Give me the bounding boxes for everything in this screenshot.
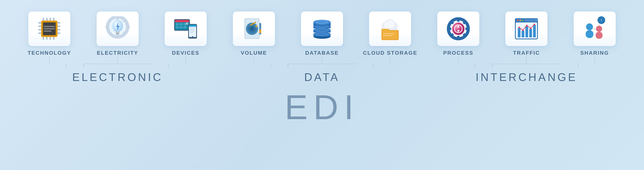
svg-rect-89	[383, 35, 392, 36]
svg-rect-26	[106, 26, 108, 28]
vert-conn-2	[83, 57, 152, 64]
icon-item-process: PROCESS	[424, 12, 492, 56]
svg-rect-130	[596, 32, 602, 39]
svg-rect-41	[180, 23, 182, 25]
group-label-interchange: INTERCHANGE	[424, 71, 629, 83]
br-data-center-dash	[288, 64, 288, 67]
svg-rect-8	[38, 22, 41, 24]
svg-rect-10	[38, 29, 41, 31]
svg-rect-34	[116, 32, 120, 33]
interchange-label: INTERCHANGE	[476, 71, 577, 83]
sharing-icon: ↑	[582, 16, 607, 41]
svg-rect-0	[43, 18, 44, 21]
icon-item-electricity: ELECTRICITY	[83, 12, 152, 56]
vert-dash-database	[322, 57, 322, 64]
bracket-data	[220, 64, 424, 67]
svg-rect-14	[58, 29, 60, 31]
svg-rect-51	[190, 27, 196, 28]
svg-point-55	[192, 36, 193, 38]
svg-rect-92	[457, 18, 460, 22]
vert-dash-electricity	[118, 57, 118, 64]
svg-rect-88	[383, 33, 394, 34]
svg-rect-97	[466, 27, 470, 30]
br-el-center-dash	[83, 64, 84, 67]
volume-label: VOLUME	[241, 50, 267, 56]
group-labels-row: ELECTRONIC DATA INTERCHANGE	[0, 71, 644, 83]
svg-point-127	[586, 23, 593, 30]
volume-icon	[242, 16, 266, 41]
svg-rect-112	[525, 19, 536, 22]
svg-point-61	[251, 28, 253, 30]
icon-card-electricity	[96, 12, 139, 46]
svg-rect-45	[183, 26, 186, 28]
icon-card-cloud-storage	[369, 12, 411, 46]
br-data-left-space	[220, 64, 288, 67]
icon-card-devices	[165, 12, 207, 46]
svg-rect-15	[58, 32, 60, 34]
svg-rect-101	[447, 27, 451, 30]
svg-rect-54	[190, 32, 194, 33]
svg-rect-33	[116, 31, 120, 32]
svg-rect-3	[53, 18, 54, 21]
vert-dash-technology	[49, 57, 50, 64]
svg-rect-25	[116, 34, 119, 37]
br-ic-right-space	[561, 64, 629, 67]
cloud-storage-label: CLOUD STORAGE	[363, 50, 417, 56]
icon-card-traffic	[505, 12, 548, 46]
electricity-label: ELECTRICITY	[97, 50, 138, 56]
br-el-left-space	[15, 64, 83, 67]
svg-rect-11	[38, 32, 41, 34]
br-ic-center-dash	[492, 64, 492, 67]
technology-label: TECHNOLOGY	[28, 50, 71, 56]
bracket-electronic	[15, 64, 220, 67]
svg-point-122	[526, 25, 528, 26]
svg-point-68	[314, 32, 330, 36]
svg-point-111	[522, 20, 524, 21]
svg-point-110	[520, 20, 521, 21]
br-el-left-half	[32, 64, 66, 67]
svg-rect-43	[176, 26, 179, 28]
br-ic-left-half	[441, 64, 475, 67]
vert-conn-9	[561, 57, 629, 64]
electricity-icon	[105, 16, 130, 41]
svg-rect-21	[44, 31, 52, 32]
svg-point-70	[314, 28, 330, 32]
svg-line-131	[593, 29, 596, 29]
process-label: PROCESS	[443, 50, 474, 56]
brackets-row	[0, 64, 644, 67]
vert-dash-volume	[254, 57, 254, 64]
icon-card-technology	[28, 12, 70, 46]
svg-rect-53	[190, 31, 195, 31]
icon-item-technology: TECHNOLOGY	[15, 12, 83, 56]
svg-rect-9	[38, 26, 41, 27]
br-el-right-space	[152, 64, 220, 67]
vert-conn-3	[152, 57, 220, 64]
icon-item-cloud-storage: CLOUD STORAGE	[356, 12, 424, 56]
bracket-interchange	[424, 64, 629, 67]
vert-conn-4	[220, 57, 288, 64]
technology-icon	[37, 16, 62, 41]
vert-conn-5	[288, 57, 356, 64]
svg-rect-1	[46, 18, 48, 21]
vertical-connectors-row	[0, 57, 644, 64]
svg-rect-99	[457, 36, 460, 40]
vert-dash-cloud	[390, 57, 390, 64]
svg-rect-12	[58, 22, 60, 24]
icons-row: TECHNOLOGY	[0, 12, 644, 56]
icon-card-volume	[233, 12, 275, 46]
group-label-data: DATA	[220, 71, 424, 83]
icon-card-sharing: ↑	[574, 12, 616, 46]
edi-title-container: EDI	[285, 87, 359, 127]
traffic-icon	[514, 16, 539, 41]
icon-item-devices: DEVICES	[152, 12, 220, 56]
svg-rect-65	[259, 29, 261, 33]
svg-rect-118	[529, 29, 532, 37]
svg-point-124	[534, 24, 535, 25]
vert-dash-sharing	[594, 57, 595, 64]
svg-point-121	[522, 29, 524, 31]
br-el-line	[84, 64, 152, 64]
devices-icon	[173, 16, 198, 41]
svg-rect-4	[43, 37, 44, 40]
icon-item-traffic: TRAFFIC	[492, 12, 560, 56]
svg-point-84	[386, 20, 395, 28]
